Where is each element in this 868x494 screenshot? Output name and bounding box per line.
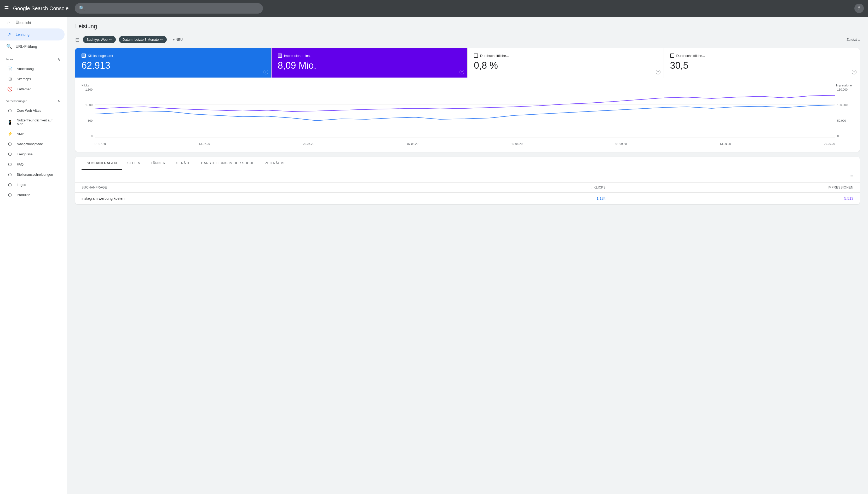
sidebar-item-label: Entfernen — [17, 87, 31, 91]
sidebar-item-label: Core Web Vitals — [17, 109, 41, 113]
sidebar-item-label: AMP — [17, 132, 24, 136]
entfernen-icon: 🚫 — [7, 87, 13, 92]
x-label-5: 01.09.20 — [616, 142, 627, 146]
tab-zeitraeume[interactable]: ZEITRÄUME — [260, 157, 291, 170]
table-filter-icon[interactable]: ≡ — [850, 173, 853, 179]
sidebar-section-verbesserungen: Verbesserungen ∧ — [0, 94, 67, 106]
sidebar-item-logos[interactable]: ⬡ Logos — [0, 179, 65, 190]
datum-chip-label: Datum: Letzte 3 Monate — [123, 38, 159, 41]
sidebar-item-label: Logos — [17, 183, 26, 187]
metric-card-ctr[interactable]: Durchschnittliche... 0,8 % ? — [468, 48, 664, 78]
layout: ⌂ Übersicht ↗ Leistung 🔍 URL-Prüfung Ind… — [0, 17, 868, 494]
datum-filter-chip[interactable]: Datum: Letzte 3 Monate ✏ — [119, 36, 167, 43]
sidebar-item-leistung[interactable]: ↗ Leistung — [0, 28, 65, 40]
metric-header: Impressionen ins... — [278, 54, 461, 58]
klicks-help-icon[interactable]: ? — [264, 70, 268, 74]
add-filter-button[interactable]: + NEU — [170, 36, 185, 43]
tab-geraete[interactable]: GERÄTE — [171, 157, 196, 170]
filter-icon[interactable]: ⊟ — [75, 37, 80, 43]
search-icon: 🔍 — [79, 5, 85, 11]
sidebar-item-label: URL-Prüfung — [16, 44, 37, 49]
sidebar-item-abdeckung[interactable]: 📄 Abdeckung — [0, 64, 65, 74]
produkte-icon: ⬡ — [7, 192, 13, 197]
core-web-vitals-icon: ⬡ — [7, 108, 13, 113]
position-checkbox[interactable] — [670, 54, 674, 58]
data-table: Suchanfrage ↓Klicks Impressionen instagr… — [75, 183, 860, 204]
tab-suchanfragen[interactable]: SUCHANFRAGEN — [82, 157, 122, 170]
sidebar-item-sitemaps[interactable]: ⊞ Sitemaps — [0, 74, 65, 84]
chart-container: Klicks Impressionen 1.500 1.000 500 0 — [75, 78, 860, 152]
tabs-row: SUCHANFRAGEN SEITEN LÄNDER GERÄTE DARSTE… — [75, 157, 860, 170]
table-row: instagram werbung kosten 1.134 5.513 — [75, 193, 860, 205]
impressionen-value: 8,09 Mio. — [278, 61, 461, 70]
metric-card-impressionen[interactable]: Impressionen ins... 8,09 Mio. ? — [272, 48, 468, 78]
table-filter-row: ≡ — [75, 170, 860, 183]
ctr-checkbox[interactable] — [474, 54, 478, 58]
sidebar-item-label: Produkte — [17, 193, 30, 197]
tab-laender[interactable]: LÄNDER — [146, 157, 171, 170]
main-content: Leistung ⊟ Suchtyp: Web ✏ Datum: Letzte … — [67, 17, 868, 494]
topbar-right: ? — [854, 4, 864, 13]
position-value: 30,5 — [670, 61, 854, 70]
metric-header: Durchschnittliche... — [670, 54, 854, 58]
klicks-checkbox[interactable] — [82, 54, 86, 58]
sidebar-item-stellenausschreibungen[interactable]: ⬡ Stellenausschreibungen — [0, 169, 65, 179]
zuletzt-text: Zuletzt a — [847, 38, 860, 41]
amp-icon: ⚡ — [7, 131, 13, 136]
faq-icon: ⬡ — [7, 162, 13, 167]
metrics-and-chart: Klicks insgesamt 62.913 ? Impressionen i… — [75, 48, 860, 152]
metric-card-klicks[interactable]: Klicks insgesamt 62.913 ? — [75, 48, 272, 78]
sidebar-item-amp[interactable]: ⚡ AMP — [0, 129, 65, 139]
app-logo: Google Search Console — [13, 5, 69, 12]
sidebar-item-nutzerfreundlichkeit[interactable]: 📱 Nutzerfreundlichkeit auf Mob... — [0, 116, 65, 129]
sidebar-item-label: Abdeckung — [17, 67, 34, 71]
search-icon: 🔍 — [6, 44, 12, 49]
search-bar[interactable]: 🔍 — [75, 3, 263, 14]
sidebar-item-navigationspfade[interactable]: ⬡ Navigationspfade — [0, 139, 65, 149]
tab-seiten[interactable]: SEITEN — [122, 157, 146, 170]
sidebar-item-ereignisse[interactable]: ⬡ Ereignisse — [0, 149, 65, 159]
ctr-help-icon[interactable]: ? — [656, 70, 661, 74]
y-right-mid2: 50.000 — [837, 119, 846, 122]
y-right-mid1: 100.000 — [837, 103, 848, 107]
sidebar-item-label: Ereignisse — [17, 152, 33, 156]
sidebar-item-entfernen[interactable]: 🚫 Entfernen — [0, 84, 65, 94]
leistung-icon: ↗ — [6, 32, 12, 37]
col-impressionen[interactable]: Impressionen — [612, 183, 860, 193]
sidebar: ⌂ Übersicht ↗ Leistung 🔍 URL-Prüfung Ind… — [0, 17, 67, 494]
position-help-icon[interactable]: ? — [852, 70, 856, 74]
sidebar-item-faq[interactable]: ⬡ FAQ — [0, 159, 65, 169]
help-button[interactable]: ? — [854, 4, 864, 13]
chevron-up-icon[interactable]: ∧ — [57, 98, 60, 103]
metric-header: Klicks insgesamt — [82, 54, 265, 58]
col-clicks[interactable]: ↓Klicks — [435, 183, 612, 193]
edit-icon: ✏ — [109, 38, 112, 41]
metric-header: Durchschnittliche... — [474, 54, 657, 58]
topbar: ☰ Google Search Console 🔍 ? — [0, 0, 868, 17]
impressionen-help-icon[interactable]: ? — [459, 70, 464, 74]
suchtyp-filter-chip[interactable]: Suchtyp: Web ✏ — [83, 36, 116, 43]
impressionen-checkbox[interactable] — [278, 54, 282, 58]
home-icon: ⌂ — [6, 20, 12, 25]
y-right-max: 150.000 — [837, 88, 848, 91]
sidebar-item-label: Nutzerfreundlichkeit auf Mob... — [17, 118, 58, 126]
sidebar-item-produkte[interactable]: ⬡ Produkte — [0, 190, 65, 200]
y-left-max: 1.500 — [85, 88, 92, 91]
suchtyp-chip-label: Suchtyp: Web — [87, 38, 108, 41]
stellenausschreibungen-icon: ⬡ — [7, 172, 13, 177]
x-label-2: 25.07.20 — [303, 142, 314, 146]
col-query: Suchanfrage — [75, 183, 435, 193]
sidebar-item-label: Navigationspfade — [17, 142, 43, 146]
menu-icon[interactable]: ☰ — [4, 5, 9, 12]
chevron-up-icon[interactable]: ∧ — [57, 57, 60, 62]
sidebar-item-uebersicht[interactable]: ⌂ Übersicht — [0, 17, 65, 28]
metric-card-position[interactable]: Durchschnittliche... 30,5 ? — [664, 48, 860, 78]
sidebar-item-url-pruefung[interactable]: 🔍 URL-Prüfung — [0, 40, 65, 53]
sidebar-item-core-web-vitals[interactable]: ⬡ Core Web Vitals — [0, 106, 65, 116]
x-label-0: 01.07.20 — [95, 142, 106, 146]
search-input[interactable] — [87, 6, 259, 11]
tab-darstellung[interactable]: DARSTELLUNG IN DER SUCHE — [196, 157, 260, 170]
impressionen-label: Impressionen ins... — [284, 54, 312, 58]
x-label-3: 07.08.20 — [407, 142, 418, 146]
logos-icon: ⬡ — [7, 182, 13, 187]
